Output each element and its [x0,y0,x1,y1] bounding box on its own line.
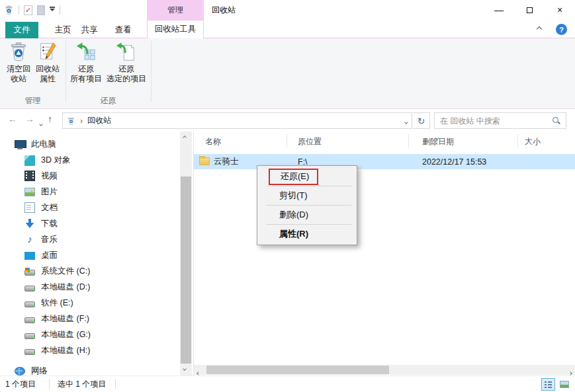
computer-icon [15,139,25,149]
contextual-tab-group-label: 管理 [147,0,204,20]
column-header-name[interactable]: 名称 [205,136,221,147]
recycle-bin-icon [4,5,14,15]
tab-view[interactable]: 查看 [108,22,138,38]
button-label-line: 所有项目 [70,74,102,83]
sidebar-item-label: 本地磁盘 (G:) [41,329,91,340]
drive-icon [24,317,35,323]
menu-item-properties[interactable]: 属性(R) [257,225,357,243]
search-icon[interactable] [552,116,560,125]
music-note-icon: ♪ [24,234,35,245]
sidebar-item-documents[interactable]: 文档 [0,200,180,216]
menu-item-label: 删除(D) [279,209,308,221]
help-button[interactable]: ? [556,24,567,35]
horizontal-scrollbar[interactable] [194,365,575,375]
context-menu: 还原(E) 剪切(T) 删除(D) 属性(R) [257,165,357,245]
sidebar-item-label: 本地磁盘 (D:) [41,282,90,293]
close-button[interactable]: × [545,0,575,20]
sidebar-item-drive-g[interactable]: 本地磁盘 (G:) [0,327,180,342]
network-icon [15,367,25,375]
thumbnails-view-button[interactable] [557,378,571,391]
button-label-line: 还原 [118,64,134,73]
sidebar-item-3d-objects[interactable]: 3D 对象 [0,152,180,168]
breadcrumb-path[interactable]: 回收站 [87,115,111,126]
menu-item-delete[interactable]: 删除(D) [257,206,357,224]
back-button[interactable]: ← [8,114,17,124]
sidebar-item-videos[interactable]: 视频 [0,168,180,184]
column-separator[interactable] [287,134,287,147]
address-bar[interactable]: › 回收站 [62,112,412,129]
file-row-selected[interactable]: 云骑士 F:\ 2022/12/17 15:53 [194,154,575,169]
sidebar-item-label: 本地磁盘 (F:) [41,313,89,325]
sidebar-item-label: 文档 [41,202,58,214]
sidebar-item-pictures[interactable]: 图片 [0,184,180,200]
properties-check-icon[interactable]: ✓ [24,5,32,15]
menu-item-label: 剪切(T) [279,190,308,202]
search-input[interactable] [440,116,552,126]
drive-icon [24,286,35,292]
picture-icon [24,188,35,196]
sidebar-item-music[interactable]: ♪音乐 [0,231,180,247]
file-name: 云骑士 [214,156,239,167]
recycle-bin-properties-button[interactable]: 回收站属性 [33,41,62,84]
chevron-up-icon [537,26,542,32]
button-label-line: 回收站 [36,64,60,73]
sidebar-item-drive-d[interactable]: 本地磁盘 (D:) [0,279,180,295]
restore-selected-items-icon [116,41,137,62]
drive-icon [24,349,35,355]
status-bar: 1 个项目 选中 1 个项目 [0,375,575,392]
tab-file[interactable]: 文件 [5,22,38,38]
forward-button[interactable]: → [25,114,34,124]
scrollbar-thumb[interactable] [181,176,191,364]
restore-all-items-button[interactable]: 还原所有项目 [69,41,103,84]
up-button[interactable]: ↑ [48,114,52,124]
address-dropdown-icon[interactable] [405,116,408,126]
button-label-line: 收站 [11,74,26,83]
empty-recycle-bin-button[interactable]: 清空回收站 [4,41,33,84]
film-icon [24,171,35,181]
status-separator [49,379,50,389]
maximize-button[interactable] [514,0,545,20]
toolbar-separator [60,5,60,15]
toolbar-dropdown-icon[interactable] [50,9,55,11]
ribbon-tab-row: 文件 主页 共享 查看 回收站工具 [0,20,575,38]
sidebar-item-drive-e[interactable]: 软件 (E:) [0,295,180,311]
scroll-down-icon[interactable] [183,368,186,370]
column-header-original-location[interactable]: 原位置 [298,136,322,147]
scrollbar-thumb[interactable] [206,366,389,374]
button-label-line: 选定的项目 [107,74,146,83]
minimize-ribbon-button[interactable] [534,24,545,34]
column-separator[interactable] [408,134,409,147]
details-view-button[interactable] [541,378,555,391]
view-switcher [541,378,571,391]
chevron-up-icon [183,136,187,139]
scroll-up-icon[interactable] [183,136,186,139]
recycle-bin-properties-icon [37,41,58,62]
chevron-down-icon [435,136,439,140]
sidebar-item-drive-h[interactable]: 本地磁盘 (H:) [0,342,180,358]
refresh-button[interactable]: ↻ [413,112,430,129]
new-item-icon[interactable] [37,5,45,15]
sidebar-item-label: 3D 对象 [41,155,70,166]
sidebar-item-network[interactable]: 网络 [0,363,180,375]
annotation-highlight-box: 还原(E) [269,169,318,185]
sidebar-scrollbar[interactable] [180,132,192,375]
ribbon-group-separator [66,41,66,102]
menu-item-restore[interactable]: 还原(E) [257,167,357,186]
minimize-button[interactable]: — [484,0,514,20]
sidebar-item-downloads[interactable]: 下载 [0,216,180,231]
drive-icon [24,301,35,307]
menu-item-cut[interactable]: 剪切(T) [257,186,357,205]
recent-locations-dropdown-icon[interactable] [40,117,42,128]
column-headers: 名称 原位置 删除日期 大小 [194,132,575,150]
sidebar-item-drive-f[interactable]: 本地磁盘 (F:) [0,311,180,327]
sidebar-item-this-pc[interactable]: 此电脑 [0,136,180,152]
tab-recycle-bin-tools[interactable]: 回收站工具 [147,20,204,38]
column-header-size[interactable]: 大小 [525,136,541,147]
sidebar-item-drive-c[interactable]: 系统文件 (C:) [0,263,180,279]
button-label-line: 还原 [78,64,94,73]
tab-share[interactable]: 共享 [74,22,105,38]
restore-selected-items-button[interactable]: 还原选定的项目 [105,41,148,84]
sidebar-item-label: 桌面 [41,250,58,261]
sidebar-item-desktop[interactable]: 桌面 [0,247,180,263]
column-separator[interactable] [517,134,518,147]
